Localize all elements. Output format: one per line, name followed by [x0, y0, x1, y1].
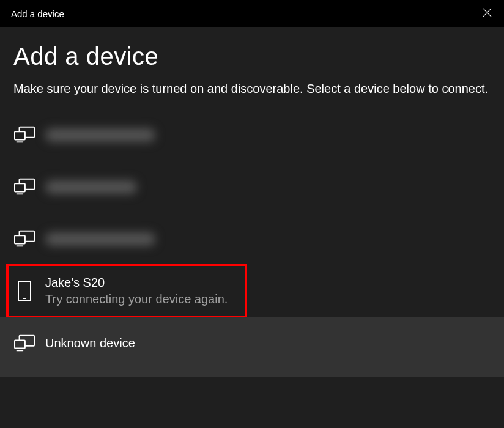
- device-name: Jake's S20: [45, 275, 228, 291]
- device-subtext: Try connecting your device again.: [45, 291, 228, 308]
- device-text: [45, 232, 155, 246]
- device-text: [45, 128, 155, 142]
- svg-rect-9: [15, 235, 25, 243]
- device-text: Unknown device: [45, 335, 135, 352]
- phone-icon: [13, 280, 35, 302]
- device-item-1[interactable]: [0, 109, 504, 161]
- svg-rect-3: [15, 131, 25, 139]
- page-title: Add a device: [0, 27, 504, 76]
- device-name-blurred: [45, 128, 155, 142]
- titlebar: Add a device: [0, 0, 504, 27]
- display-icon: [13, 124, 35, 146]
- dialog-content: Add a device Make sure your device is tu…: [0, 27, 504, 377]
- device-text: Jake's S20 Try connecting your device ag…: [45, 275, 228, 308]
- footer-bar: [0, 369, 504, 377]
- display-icon: [13, 176, 35, 198]
- device-name-blurred: [45, 180, 137, 194]
- device-list: Jake's S20 Try connecting your device ag…: [0, 109, 504, 369]
- display-icon: [13, 228, 35, 250]
- display-icon: [13, 333, 35, 355]
- close-icon: [483, 8, 492, 20]
- svg-rect-6: [15, 183, 25, 191]
- window-title: Add a device: [11, 9, 64, 19]
- device-item-unknown[interactable]: Unknown device: [0, 317, 504, 369]
- device-item-2[interactable]: [0, 161, 504, 213]
- device-item-jakes-s20[interactable]: Jake's S20 Try connecting your device ag…: [0, 265, 504, 317]
- device-name: Unknown device: [45, 335, 135, 352]
- close-button[interactable]: [470, 0, 504, 27]
- device-name-blurred: [45, 232, 155, 246]
- device-item-3[interactable]: [0, 213, 504, 265]
- device-text: [45, 180, 137, 194]
- svg-rect-14: [15, 340, 25, 348]
- instruction-text: Make sure your device is turned on and d…: [0, 76, 504, 109]
